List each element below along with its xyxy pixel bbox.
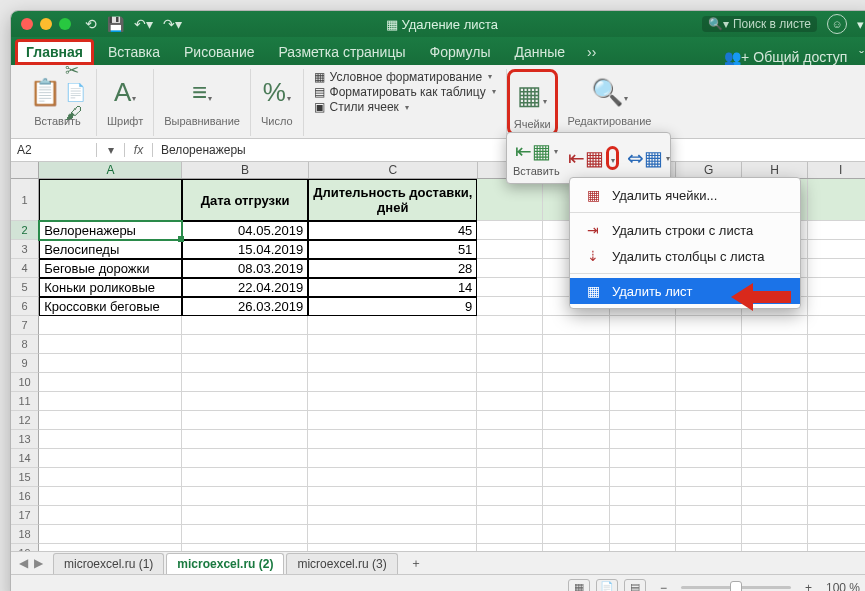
tab-draw[interactable]: Рисование	[174, 39, 265, 65]
format-dropdown-arrow[interactable]: ▾	[666, 154, 670, 163]
cell[interactable]: 15.04.2019	[182, 240, 308, 259]
ribbon-collapse-icon[interactable]: ˇ	[859, 49, 864, 65]
cell[interactable]	[676, 468, 742, 487]
cell[interactable]	[39, 354, 182, 373]
cell[interactable]	[39, 316, 182, 335]
row-header[interactable]: 9	[11, 354, 39, 373]
cell[interactable]	[808, 354, 865, 373]
col-header[interactable]: C	[309, 162, 479, 178]
tabs-overflow[interactable]: ››	[579, 39, 604, 65]
cell[interactable]	[477, 179, 543, 221]
cell[interactable]	[543, 335, 609, 354]
add-sheet-button[interactable]: ＋	[400, 555, 432, 572]
col-header[interactable]: A	[39, 162, 182, 178]
cell[interactable]	[742, 411, 808, 430]
cell[interactable]	[676, 544, 742, 551]
cell[interactable]	[477, 411, 543, 430]
cell[interactable]	[676, 411, 742, 430]
cell[interactable]	[182, 354, 308, 373]
cell[interactable]	[308, 506, 477, 525]
sheet-tab[interactable]: microexcel.ru (3)	[286, 553, 397, 574]
sheet-nav-prev[interactable]: ◀	[19, 556, 28, 570]
cell[interactable]	[182, 544, 308, 551]
cell[interactable]	[742, 373, 808, 392]
cell[interactable]	[308, 430, 477, 449]
zoom-slider[interactable]	[681, 586, 791, 589]
cell[interactable]	[477, 259, 543, 278]
cell[interactable]	[308, 354, 477, 373]
cell[interactable]	[39, 525, 182, 544]
delete-cells-icon[interactable]: ⇤▦	[568, 146, 604, 170]
cell[interactable]: 26.03.2019	[182, 297, 308, 316]
cell[interactable]	[808, 259, 865, 278]
undo-icon[interactable]: ↶▾	[134, 16, 153, 32]
cell[interactable]	[182, 525, 308, 544]
row-header[interactable]: 19	[11, 544, 39, 551]
cell[interactable]	[610, 316, 676, 335]
cell[interactable]	[39, 506, 182, 525]
cell[interactable]	[610, 373, 676, 392]
cell[interactable]	[808, 278, 865, 297]
cell[interactable]	[308, 525, 477, 544]
cell[interactable]	[543, 487, 609, 506]
row-header[interactable]: 3	[11, 240, 39, 259]
cell[interactable]	[182, 468, 308, 487]
close-window[interactable]	[21, 18, 33, 30]
cell[interactable]: Велосипеды	[39, 240, 182, 259]
cell[interactable]	[39, 449, 182, 468]
row-header[interactable]: 17	[11, 506, 39, 525]
cell[interactable]	[477, 449, 543, 468]
number-icon[interactable]: %▾	[263, 77, 291, 108]
redo-icon[interactable]: ↷▾	[163, 16, 182, 32]
tab-formulas[interactable]: Формулы	[420, 39, 501, 65]
cell[interactable]	[182, 487, 308, 506]
sheet-tab[interactable]: microexcel.ru (2)	[166, 553, 284, 574]
cell[interactable]	[742, 316, 808, 335]
cell[interactable]	[543, 411, 609, 430]
cell[interactable]	[610, 468, 676, 487]
insert-cells-icon[interactable]: ⇤▦	[515, 139, 551, 163]
cell[interactable]	[39, 468, 182, 487]
cell[interactable]	[742, 487, 808, 506]
col-header[interactable]: I	[808, 162, 865, 178]
cell[interactable]	[39, 335, 182, 354]
row-header[interactable]: 13	[11, 430, 39, 449]
cell[interactable]	[308, 335, 477, 354]
row-header[interactable]: 16	[11, 487, 39, 506]
tab-layout[interactable]: Разметка страницы	[269, 39, 416, 65]
cell[interactable]	[477, 354, 543, 373]
cell[interactable]	[808, 221, 865, 240]
cell[interactable]	[610, 449, 676, 468]
cell[interactable]	[477, 525, 543, 544]
sheet-tab[interactable]: microexcel.ru (1)	[53, 553, 164, 574]
cell[interactable]	[39, 392, 182, 411]
share-button[interactable]: Общий доступ	[753, 49, 847, 65]
col-header[interactable]: H	[742, 162, 808, 178]
cell[interactable]	[676, 316, 742, 335]
zoom-window[interactable]	[59, 18, 71, 30]
cell[interactable]	[543, 506, 609, 525]
align-icon[interactable]: ≡▾	[192, 77, 212, 108]
cell[interactable]	[808, 449, 865, 468]
cell[interactable]	[676, 373, 742, 392]
format-cells-icon[interactable]: ⇔▦	[627, 146, 663, 170]
minimize-window[interactable]	[40, 18, 52, 30]
autosave-icon[interactable]: ⟲	[85, 16, 97, 32]
zoom-in[interactable]: +	[805, 581, 812, 592]
row-header[interactable]: 2	[11, 221, 39, 240]
cell[interactable]	[39, 373, 182, 392]
cell[interactable]	[543, 354, 609, 373]
col-header[interactable]: B	[182, 162, 308, 178]
cell[interactable]	[543, 392, 609, 411]
cell[interactable]: 14	[308, 278, 477, 297]
cell[interactable]: 9	[308, 297, 477, 316]
cell[interactable]	[308, 411, 477, 430]
cell[interactable]	[676, 430, 742, 449]
cell[interactable]	[182, 449, 308, 468]
row-header[interactable]: 8	[11, 335, 39, 354]
cell[interactable]	[610, 354, 676, 373]
cell[interactable]	[610, 487, 676, 506]
cell[interactable]	[477, 335, 543, 354]
cell[interactable]	[742, 506, 808, 525]
cell[interactable]: 45	[308, 221, 477, 240]
